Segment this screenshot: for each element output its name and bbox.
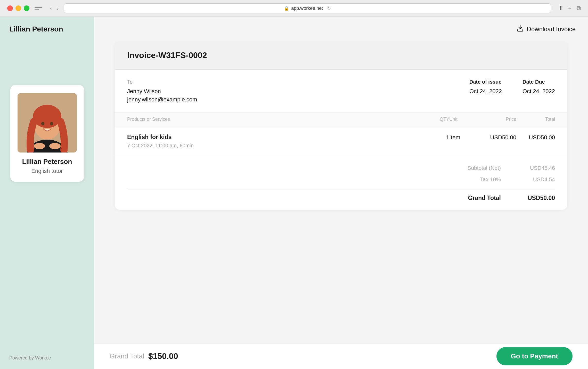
download-invoice-button[interactable]: Download Invoice <box>516 24 576 34</box>
price-cell: USD50.00 <box>480 134 516 141</box>
invoice-card: Invoice-W31FS-0002 To Jenny Wilson jenny… <box>115 41 567 210</box>
back-button[interactable]: ‹ <box>49 4 53 12</box>
browser-nav: ‹ › <box>49 4 60 12</box>
invoice-id: Invoice-W31FS-0002 <box>127 51 555 60</box>
download-label: Download Invoice <box>527 26 576 33</box>
svg-point-7 <box>34 143 45 149</box>
profile-card: Lillian Peterson English tutor <box>10 85 84 182</box>
svg-point-5 <box>41 122 44 125</box>
col-product: Products or Services <box>127 117 423 122</box>
subtotal-value: USD45.46 <box>516 165 555 171</box>
profile-name: Lillian Peterson <box>22 158 72 166</box>
date-section: Date of issue Oct 24, 2022 Date Due Oct … <box>469 79 555 103</box>
bottom-grand-label: Grand Total <box>110 352 144 360</box>
product-detail: 7 Oct 2022, 11:00 am, 60min <box>127 143 423 149</box>
col-total: Total <box>516 117 555 122</box>
date-due-label: Date Due <box>522 79 555 85</box>
invoice-to-section: To Jenny Wilson jenny.wilson@example.com <box>127 79 449 103</box>
invoice-container: Invoice-W31FS-0002 To Jenny Wilson jenny… <box>94 41 588 343</box>
subtotal-row: Subtotal (Net) USD45.46 <box>127 162 555 174</box>
unit-cell: Item <box>449 134 480 141</box>
browser-chrome: ‹ › 🔒 app.workee.net ↻ ⬆ + ⧉ <box>0 0 588 17</box>
close-button[interactable] <box>7 5 13 11</box>
col-qty: QTY <box>423 117 449 122</box>
traffic-lights <box>7 5 29 11</box>
minimize-button[interactable] <box>15 5 21 11</box>
sidebar: Lillian Peterson <box>0 17 94 369</box>
bottom-grand-amount: $150.00 <box>148 351 178 361</box>
bottom-total-section: Grand Total $150.00 <box>110 351 178 361</box>
svg-point-8 <box>49 143 61 149</box>
sidebar-toggle-button[interactable] <box>35 5 42 11</box>
toggle-bar <box>35 7 42 8</box>
tax-value: USD4.54 <box>516 176 555 182</box>
main-layout: Lillian Peterson <box>0 17 588 369</box>
date-due-value: Oct 24, 2022 <box>522 88 555 95</box>
lock-icon: 🔒 <box>284 6 289 11</box>
tabs-button[interactable]: ⧉ <box>577 5 581 12</box>
sidebar-title-text: Lillian Peterson <box>9 25 63 33</box>
content-header: Download Invoice <box>94 17 588 41</box>
profile-title: English tutor <box>31 168 63 174</box>
col-price: Price <box>480 117 516 122</box>
client-name: Jenny Wilson <box>127 88 449 95</box>
sidebar-footer: Powered by Workee <box>9 355 51 361</box>
grand-total-label: Grand Total <box>444 195 501 202</box>
table-header: Products or Services QTY Unit Price Tota… <box>115 113 567 126</box>
profile-photo <box>18 93 77 153</box>
table-row: English for kids 7 Oct 2022, 11:00 am, 6… <box>115 126 567 156</box>
sidebar-user-name: Lillian Peterson <box>0 17 94 38</box>
date-due-col: Date Due Oct 24, 2022 <box>522 79 555 103</box>
toggle-bar <box>35 9 39 10</box>
bottom-bar: Grand Total $150.00 Go to Payment <box>94 343 588 369</box>
svg-point-6 <box>50 122 53 125</box>
date-of-issue-label: Date of issue <box>469 79 502 85</box>
maximize-button[interactable] <box>24 5 29 11</box>
qty-cell: 1 <box>423 134 449 141</box>
product-cell: English for kids 7 Oct 2022, 11:00 am, 6… <box>127 134 423 149</box>
svg-point-4 <box>33 105 61 128</box>
share-button[interactable]: ⬆ <box>558 5 563 12</box>
invoice-meta: To Jenny Wilson jenny.wilson@example.com… <box>115 70 567 113</box>
date-of-issue-value: Oct 24, 2022 <box>469 88 502 95</box>
url-text: app.workee.net <box>291 6 323 11</box>
download-icon <box>516 24 524 34</box>
col-unit: Unit <box>449 117 480 122</box>
grand-total-row: Grand Total USD50.00 <box>127 188 555 210</box>
to-label: To <box>127 79 449 85</box>
subtotal-label: Subtotal (Net) <box>444 165 501 171</box>
browser-actions: ⬆ + ⧉ <box>558 5 581 12</box>
invoice-header: Invoice-W31FS-0002 <box>115 41 567 70</box>
tax-row: Tax 10% USD4.54 <box>127 174 555 185</box>
new-tab-button[interactable]: + <box>568 5 571 12</box>
invoice-totals: Subtotal (Net) USD45.46 Tax 10% USD4.54 … <box>115 156 567 210</box>
forward-button[interactable]: › <box>56 4 60 12</box>
address-bar[interactable]: 🔒 app.workee.net ↻ <box>64 3 551 13</box>
tax-label: Tax 10% <box>444 176 501 182</box>
go-to-payment-button[interactable]: Go to Payment <box>496 347 573 365</box>
reload-icon[interactable]: ↻ <box>327 5 331 11</box>
date-of-issue-col: Date of issue Oct 24, 2022 <box>469 79 502 103</box>
client-email: jenny.wilson@example.com <box>127 96 449 103</box>
total-cell: USD50.00 <box>516 134 555 141</box>
product-name: English for kids <box>127 134 423 141</box>
grand-total-value: USD50.00 <box>516 195 555 202</box>
content-area: Download Invoice Invoice-W31FS-0002 To J… <box>94 17 588 369</box>
